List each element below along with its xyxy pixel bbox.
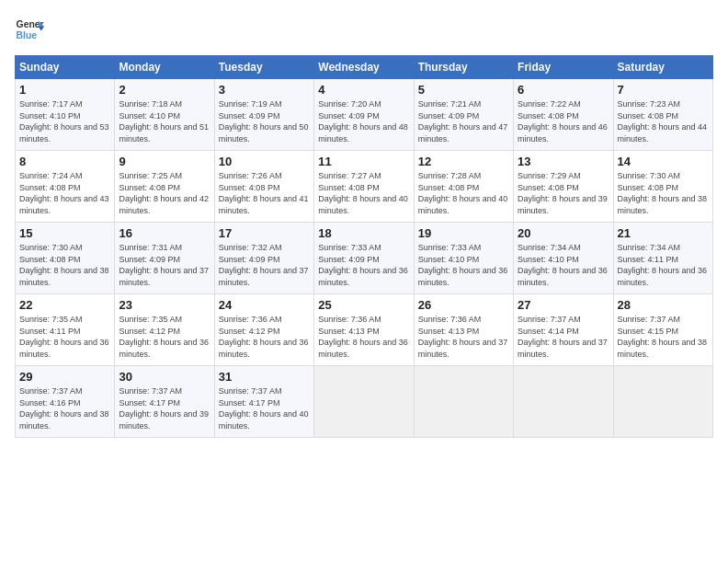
day-number: 8 [19, 155, 110, 168]
day-number: 15 [19, 226, 110, 240]
day-number: 6 [518, 83, 609, 97]
calendar-cell: 23Sunrise: 7:35 AMSunset: 4:12 PMDayligh… [115, 294, 214, 366]
calendar-cell: 17Sunrise: 7:32 AMSunset: 4:09 PMDayligh… [214, 223, 313, 294]
calendar-cell: 10Sunrise: 7:26 AMSunset: 4:08 PMDayligh… [214, 151, 313, 223]
calendar-cell: 6Sunrise: 7:22 AMSunset: 4:08 PMDaylight… [514, 79, 613, 151]
day-number: 22 [19, 298, 110, 312]
calendar-cell: 24Sunrise: 7:36 AMSunset: 4:12 PMDayligh… [214, 294, 313, 366]
day-info: Sunrise: 7:28 AMSunset: 4:08 PMDaylight:… [418, 170, 509, 216]
calendar-cell: 29Sunrise: 7:37 AMSunset: 4:16 PMDayligh… [16, 366, 115, 438]
day-number: 18 [318, 226, 409, 240]
calendar-cell: 28Sunrise: 7:37 AMSunset: 4:15 PMDayligh… [613, 294, 712, 366]
day-info: Sunrise: 7:32 AMSunset: 4:09 PMDaylight:… [219, 242, 310, 288]
calendar-week-4: 22Sunrise: 7:35 AMSunset: 4:11 PMDayligh… [16, 294, 713, 366]
weekday-header-sunday: Sunday [16, 56, 115, 79]
day-info: Sunrise: 7:31 AMSunset: 4:09 PMDaylight:… [119, 242, 210, 288]
day-info: Sunrise: 7:21 AMSunset: 4:09 PMDaylight:… [418, 98, 509, 144]
day-number: 20 [518, 226, 609, 240]
day-info: Sunrise: 7:22 AMSunset: 4:08 PMDaylight:… [518, 98, 609, 144]
calendar-cell: 9Sunrise: 7:25 AMSunset: 4:08 PMDaylight… [115, 151, 214, 223]
calendar-cell: 15Sunrise: 7:30 AMSunset: 4:08 PMDayligh… [16, 223, 115, 294]
weekday-header-wednesday: Wednesday [314, 56, 414, 79]
calendar-cell: 7Sunrise: 7:23 AMSunset: 4:08 PMDaylight… [613, 79, 712, 151]
day-number: 25 [318, 298, 409, 312]
day-info: Sunrise: 7:19 AMSunset: 4:09 PMDaylight:… [219, 98, 310, 144]
calendar-cell: 25Sunrise: 7:36 AMSunset: 4:13 PMDayligh… [314, 294, 414, 366]
day-number: 28 [618, 298, 709, 312]
calendar-cell: 1Sunrise: 7:17 AMSunset: 4:10 PMDaylight… [16, 79, 115, 151]
calendar-cell: 8Sunrise: 7:24 AMSunset: 4:08 PMDaylight… [16, 151, 115, 223]
calendar-cell: 4Sunrise: 7:20 AMSunset: 4:09 PMDaylight… [314, 79, 414, 151]
day-info: Sunrise: 7:29 AMSunset: 4:08 PMDaylight:… [518, 170, 609, 216]
calendar-cell: 19Sunrise: 7:33 AMSunset: 4:10 PMDayligh… [414, 223, 513, 294]
calendar-cell [314, 366, 414, 438]
calendar-week-2: 8Sunrise: 7:24 AMSunset: 4:08 PMDaylight… [16, 151, 713, 223]
logo: General Blue [15, 15, 44, 44]
logo-icon: General Blue [15, 15, 44, 44]
day-number: 5 [418, 83, 509, 97]
calendar-cell: 30Sunrise: 7:37 AMSunset: 4:17 PMDayligh… [115, 366, 214, 438]
calendar-cell: 2Sunrise: 7:18 AMSunset: 4:10 PMDaylight… [115, 79, 214, 151]
calendar-cell [613, 366, 712, 438]
calendar-cell: 18Sunrise: 7:33 AMSunset: 4:09 PMDayligh… [314, 223, 414, 294]
day-number: 10 [219, 155, 310, 168]
calendar-week-5: 29Sunrise: 7:37 AMSunset: 4:16 PMDayligh… [16, 366, 713, 438]
calendar-cell [414, 366, 513, 438]
weekday-header-monday: Monday [115, 56, 214, 79]
calendar-cell: 22Sunrise: 7:35 AMSunset: 4:11 PMDayligh… [16, 294, 115, 366]
calendar-cell: 26Sunrise: 7:36 AMSunset: 4:13 PMDayligh… [414, 294, 513, 366]
day-info: Sunrise: 7:18 AMSunset: 4:10 PMDaylight:… [119, 98, 210, 144]
day-number: 2 [119, 83, 210, 97]
day-info: Sunrise: 7:30 AMSunset: 4:08 PMDaylight:… [618, 170, 709, 216]
day-number: 17 [219, 226, 310, 240]
day-info: Sunrise: 7:37 AMSunset: 4:16 PMDaylight:… [19, 385, 110, 431]
calendar-cell: 27Sunrise: 7:37 AMSunset: 4:14 PMDayligh… [514, 294, 613, 366]
day-info: Sunrise: 7:37 AMSunset: 4:15 PMDaylight:… [618, 314, 709, 360]
day-number: 31 [219, 370, 310, 384]
day-info: Sunrise: 7:33 AMSunset: 4:09 PMDaylight:… [318, 242, 409, 288]
day-info: Sunrise: 7:33 AMSunset: 4:10 PMDaylight:… [418, 242, 509, 288]
day-number: 12 [418, 155, 509, 168]
calendar-cell: 13Sunrise: 7:29 AMSunset: 4:08 PMDayligh… [514, 151, 613, 223]
weekday-header-saturday: Saturday [613, 56, 712, 79]
calendar-week-1: 1Sunrise: 7:17 AMSunset: 4:10 PMDaylight… [16, 79, 713, 151]
day-info: Sunrise: 7:24 AMSunset: 4:08 PMDaylight:… [19, 170, 110, 216]
day-info: Sunrise: 7:37 AMSunset: 4:14 PMDaylight:… [518, 314, 609, 360]
day-info: Sunrise: 7:36 AMSunset: 4:13 PMDaylight:… [318, 314, 409, 360]
day-info: Sunrise: 7:36 AMSunset: 4:12 PMDaylight:… [219, 314, 310, 360]
day-info: Sunrise: 7:23 AMSunset: 4:08 PMDaylight:… [618, 98, 709, 144]
calendar-cell: 16Sunrise: 7:31 AMSunset: 4:09 PMDayligh… [115, 223, 214, 294]
day-number: 21 [618, 226, 709, 240]
weekday-header-tuesday: Tuesday [214, 56, 313, 79]
day-number: 1 [19, 83, 110, 97]
day-info: Sunrise: 7:34 AMSunset: 4:11 PMDaylight:… [618, 242, 709, 288]
calendar-cell: 21Sunrise: 7:34 AMSunset: 4:11 PMDayligh… [613, 223, 712, 294]
day-info: Sunrise: 7:34 AMSunset: 4:10 PMDaylight:… [518, 242, 609, 288]
day-info: Sunrise: 7:35 AMSunset: 4:12 PMDaylight:… [119, 314, 210, 360]
svg-text:Blue: Blue [17, 30, 38, 40]
day-number: 30 [119, 370, 210, 384]
calendar-cell: 11Sunrise: 7:27 AMSunset: 4:08 PMDayligh… [314, 151, 414, 223]
day-info: Sunrise: 7:17 AMSunset: 4:10 PMDaylight:… [19, 98, 110, 144]
day-info: Sunrise: 7:26 AMSunset: 4:08 PMDaylight:… [219, 170, 310, 216]
day-number: 16 [119, 226, 210, 240]
weekday-header-thursday: Thursday [414, 56, 513, 79]
day-number: 26 [418, 298, 509, 312]
day-number: 19 [418, 226, 509, 240]
day-info: Sunrise: 7:37 AMSunset: 4:17 PMDaylight:… [119, 385, 210, 431]
day-number: 9 [119, 155, 210, 168]
day-number: 23 [119, 298, 210, 312]
calendar-table: SundayMondayTuesdayWednesdayThursdayFrid… [15, 55, 713, 438]
day-info: Sunrise: 7:35 AMSunset: 4:11 PMDaylight:… [19, 314, 110, 360]
calendar-week-3: 15Sunrise: 7:30 AMSunset: 4:08 PMDayligh… [16, 223, 713, 294]
day-number: 11 [318, 155, 409, 168]
page-header: General Blue [15, 15, 713, 44]
day-info: Sunrise: 7:25 AMSunset: 4:08 PMDaylight:… [119, 170, 210, 216]
calendar-cell: 12Sunrise: 7:28 AMSunset: 4:08 PMDayligh… [414, 151, 513, 223]
day-number: 3 [219, 83, 310, 97]
day-number: 13 [518, 155, 609, 168]
day-number: 4 [318, 83, 409, 97]
day-number: 7 [618, 83, 709, 97]
weekday-header-friday: Friday [514, 56, 613, 79]
day-info: Sunrise: 7:36 AMSunset: 4:13 PMDaylight:… [418, 314, 509, 360]
